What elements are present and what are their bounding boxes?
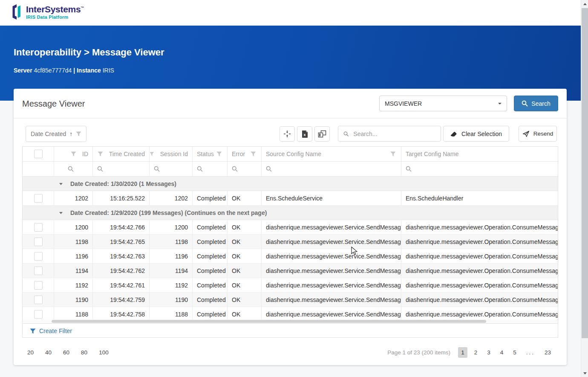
search-icon bbox=[97, 166, 103, 172]
viewer-dropdown[interactable]: MSGVIEWER bbox=[379, 96, 507, 111]
filter-funnel-icon[interactable] bbox=[390, 151, 396, 157]
cell-source-config: diashenrique.messageviewer.Service.SendM… bbox=[262, 278, 401, 292]
filter-funnel-icon[interactable] bbox=[216, 151, 222, 157]
vertical-scrollbar[interactable] bbox=[581, 0, 588, 377]
clear-selection-button[interactable]: Clear Selection bbox=[443, 126, 509, 142]
page-button-5[interactable]: 5 bbox=[510, 347, 519, 358]
page-button-3[interactable]: 3 bbox=[484, 347, 493, 358]
cell-target-config: diashenrique.messageviewer.Operation.Con… bbox=[401, 220, 558, 234]
row-checkbox[interactable] bbox=[34, 296, 43, 304]
intersystems-logo-icon bbox=[10, 4, 23, 20]
grid-body: Date Created: 1/30/2020 (1 Messages) 120… bbox=[23, 177, 558, 319]
row-checkbox[interactable] bbox=[34, 267, 43, 275]
cell-target-config: diashenrique.messageviewer.Operation.Con… bbox=[401, 235, 558, 249]
row-checkbox[interactable] bbox=[34, 194, 43, 203]
search-button[interactable]: Search bbox=[514, 96, 558, 111]
search-icon bbox=[68, 166, 74, 172]
cell-target-config: diashenrique.messageviewer.Operation.Con… bbox=[401, 249, 558, 263]
table-row[interactable]: 1196 19:54:42.763 1196 Completed OK dias… bbox=[23, 249, 558, 264]
column-header-session-id[interactable]: Session Id bbox=[150, 147, 193, 161]
page-button-23[interactable]: 23 bbox=[542, 347, 554, 358]
resend-button[interactable]: Resend bbox=[519, 126, 557, 142]
filter-input-session-id[interactable] bbox=[150, 162, 193, 176]
column-header-id[interactable]: ID bbox=[54, 147, 93, 161]
table-row[interactable]: 1202 15:16:25.522 1202 Completed OK Ens.… bbox=[23, 191, 558, 206]
page-size-60[interactable]: 60 bbox=[63, 349, 69, 356]
cell-time-created: 19:54:42.758 bbox=[93, 307, 150, 319]
horizontal-scrollbar[interactable] bbox=[23, 319, 558, 323]
breadcrumb: Interoperability > Message Viewer bbox=[14, 47, 164, 58]
table-row[interactable]: 1192 19:54:42.761 1192 Completed OK dias… bbox=[23, 278, 558, 293]
filter-funnel-icon[interactable] bbox=[98, 151, 103, 157]
group-row[interactable]: Date Created: 1/29/2020 (199 Messages) (… bbox=[23, 206, 558, 220]
cell-id: 1202 bbox=[54, 191, 93, 205]
table-row[interactable]: 1200 19:54:42.766 1200 Completed OK dias… bbox=[23, 220, 558, 235]
collapse-group-icon[interactable] bbox=[59, 212, 63, 216]
filter-input-id[interactable] bbox=[54, 162, 93, 176]
group-row[interactable]: Date Created: 1/30/2020 (1 Messages) bbox=[23, 177, 558, 191]
cell-id: 1194 bbox=[54, 264, 93, 278]
page-button-1[interactable]: 1 bbox=[458, 347, 467, 358]
collapse-all-button[interactable] bbox=[280, 126, 295, 142]
search-icon bbox=[406, 166, 412, 172]
cell-id: 1198 bbox=[54, 235, 93, 249]
page-size-100[interactable]: 100 bbox=[99, 349, 109, 356]
filter-input-target-config-name[interactable] bbox=[401, 162, 558, 176]
cell-status: Completed bbox=[193, 235, 228, 249]
cell-target-config: diashenrique.messageviewer.Operation.Con… bbox=[401, 293, 558, 307]
row-checkbox[interactable] bbox=[34, 281, 43, 290]
row-checkbox[interactable] bbox=[34, 238, 43, 246]
scroll-up-arrow[interactable] bbox=[581, 0, 588, 7]
filter-funnel-icon[interactable] bbox=[150, 151, 154, 157]
collapse-group-icon[interactable] bbox=[59, 183, 63, 187]
page-size-selector: 20 40 60 80 100 bbox=[22, 349, 109, 356]
trademark-symbol: ™ bbox=[81, 6, 84, 10]
cell-source-config: diashenrique.messageviewer.Service.SendM… bbox=[262, 220, 401, 234]
page-button-4[interactable]: 4 bbox=[497, 347, 507, 358]
cell-session-id: 1194 bbox=[150, 264, 193, 278]
filter-input-time-created[interactable] bbox=[93, 162, 150, 176]
horizontal-scrollbar-thumb[interactable] bbox=[52, 320, 486, 323]
table-row[interactable]: 1190 19:54:42.759 1190 Completed OK dias… bbox=[23, 293, 558, 307]
cell-session-id: 1202 bbox=[150, 191, 193, 205]
sort-ascending-icon: ↑ bbox=[69, 130, 72, 137]
page-button-2[interactable]: 2 bbox=[471, 347, 481, 358]
search-icon bbox=[522, 100, 528, 107]
filter-funnel-icon[interactable] bbox=[251, 151, 256, 157]
cell-time-created: 19:54:42.766 bbox=[93, 220, 150, 234]
cell-source-config: diashenrique.messageviewer.Service.SendM… bbox=[262, 235, 401, 249]
cell-error: OK bbox=[228, 220, 262, 234]
column-header-target-config-name[interactable]: Target Config Name bbox=[401, 147, 558, 161]
filter-funnel-icon bbox=[76, 131, 81, 136]
svg-text:x: x bbox=[303, 132, 306, 136]
cell-source-config: diashenrique.messageviewer.Service.SendM… bbox=[262, 293, 401, 307]
filter-input-source-config-name[interactable] bbox=[262, 162, 401, 176]
page-size-80[interactable]: 80 bbox=[81, 349, 87, 356]
table-row[interactable]: 1194 19:54:42.762 1194 Completed OK dias… bbox=[23, 264, 558, 278]
table-row[interactable]: 1198 19:54:42.765 1198 Completed OK dias… bbox=[23, 235, 558, 249]
column-header-error[interactable]: Error bbox=[228, 147, 262, 161]
column-header-time-created[interactable]: Time Created bbox=[93, 147, 150, 161]
table-row[interactable]: 1188 19:54:42.758 1188 Completed OK dias… bbox=[23, 307, 558, 319]
row-checkbox[interactable] bbox=[34, 223, 43, 232]
page-size-20[interactable]: 20 bbox=[27, 349, 34, 356]
create-filter-link[interactable]: Create Filter bbox=[23, 323, 558, 338]
column-header-status[interactable]: Status bbox=[193, 147, 228, 161]
row-checkbox[interactable] bbox=[34, 310, 43, 319]
vertical-scrollbar-thumb[interactable] bbox=[582, 8, 588, 338]
page-size-40[interactable]: 40 bbox=[45, 349, 52, 356]
row-checkbox[interactable] bbox=[34, 252, 43, 261]
filter-funnel-icon[interactable] bbox=[71, 151, 76, 157]
grid-search-input[interactable] bbox=[352, 130, 435, 138]
filter-input-status[interactable] bbox=[193, 162, 228, 176]
message-viewer-card: Message Viewer MSGVIEWER Search Date Cre… bbox=[14, 89, 567, 365]
column-chooser-button[interactable] bbox=[314, 126, 330, 142]
export-excel-button[interactable]: x bbox=[297, 126, 312, 142]
select-all-checkbox[interactable] bbox=[34, 150, 43, 158]
cell-time-created: 19:54:42.762 bbox=[93, 264, 150, 278]
page-ellipsis: ... bbox=[523, 347, 538, 358]
scroll-down-arrow[interactable] bbox=[581, 370, 588, 377]
group-by-date-created-chip[interactable]: Date Created ↑ bbox=[26, 126, 86, 142]
column-header-source-config-name[interactable]: Source Config Name bbox=[262, 147, 401, 161]
filter-input-error[interactable] bbox=[228, 162, 262, 176]
